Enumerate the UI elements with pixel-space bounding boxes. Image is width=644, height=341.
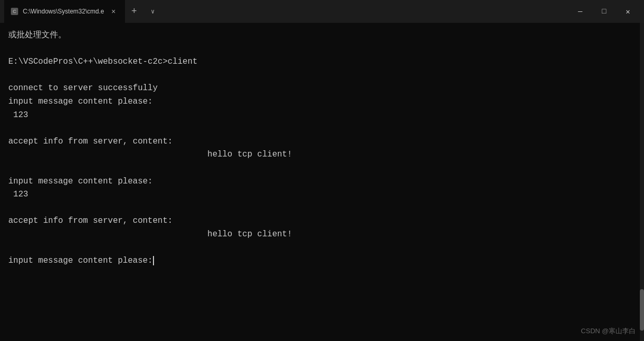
- terminal-line: 123: [8, 188, 636, 202]
- watermark: CSDN @寒山李白: [581, 326, 636, 336]
- terminal-line: 123: [8, 109, 636, 122]
- terminal-line: accept info from server, content:: [8, 215, 636, 228]
- cmd-icon: C: [11, 8, 18, 15]
- terminal-line: [8, 162, 636, 175]
- maximize-button[interactable]: □: [592, 0, 616, 23]
- scrollbar-thumb[interactable]: [640, 289, 644, 331]
- terminal-line: connect to server successfully: [8, 82, 636, 95]
- new-tab-button[interactable]: +: [125, 0, 144, 23]
- terminal-line: hello tcp client!: [8, 148, 636, 162]
- terminal-line: [8, 42, 636, 56]
- terminal-line: [8, 202, 636, 215]
- close-window-button[interactable]: ✕: [616, 0, 640, 23]
- minimize-button[interactable]: —: [568, 0, 592, 23]
- terminal-line: [8, 69, 636, 82]
- terminal-line: [8, 241, 636, 255]
- terminal-line: 或批处理文件。: [8, 29, 636, 42]
- scrollbar-track[interactable]: [640, 23, 644, 341]
- terminal-line: accept info from server, content:: [8, 135, 636, 149]
- tab-icon: C: [10, 7, 19, 16]
- terminal-line: hello tcp client!: [8, 228, 636, 241]
- terminal-line: input message content please:: [8, 175, 636, 189]
- terminal-line: [8, 122, 636, 135]
- tab-close-button[interactable]: ×: [108, 6, 119, 17]
- terminal-output: 或批处理文件。E:\VSCodePros\C++\websocket-c2c>c…: [8, 29, 636, 268]
- terminal-line: input message content please:: [8, 95, 636, 109]
- terminal-line: input message content please:: [8, 254, 636, 268]
- tab-area: C C:\Windows\System32\cmd.e × + ∨: [4, 0, 568, 23]
- active-tab[interactable]: C C:\Windows\System32\cmd.e ×: [4, 0, 125, 23]
- window-controls: — □ ✕: [568, 0, 640, 23]
- title-bar: C C:\Windows\System32\cmd.e × + ∨ — □ ✕: [0, 0, 644, 23]
- terminal-body: 或批处理文件。E:\VSCodePros\C++\websocket-c2c>c…: [0, 23, 644, 341]
- terminal-cursor: [153, 256, 154, 265]
- tab-dropdown-button[interactable]: ∨: [144, 0, 162, 23]
- terminal-line: E:\VSCodePros\C++\websocket-c2c>client: [8, 55, 636, 69]
- tab-title: C:\Windows\System32\cmd.e: [23, 8, 104, 15]
